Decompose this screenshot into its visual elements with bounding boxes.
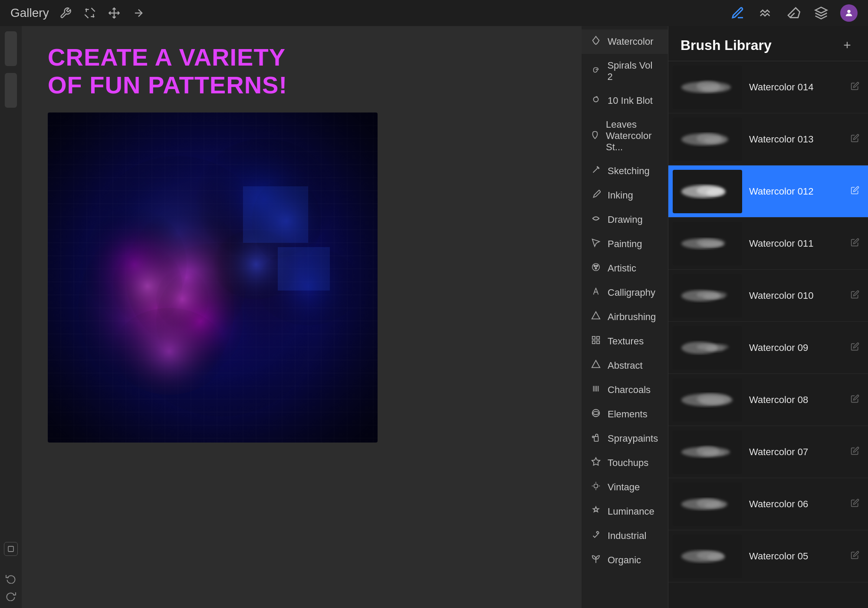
svg-line-0 <box>91 8 95 11</box>
category-label-artistic: Artistic <box>608 263 636 274</box>
brush-edit-icon-wc010[interactable] <box>851 290 859 301</box>
category-item-touchups[interactable]: Touchups <box>582 451 668 475</box>
category-icon-watercolor <box>590 36 602 48</box>
category-label-spraypaints: Spraypaints <box>608 433 658 444</box>
add-brush-button[interactable]: + <box>838 36 856 54</box>
brush-size-slider[interactable] <box>5 31 17 66</box>
category-item-vintage[interactable]: Vintage <box>582 475 668 499</box>
svg-rect-20 <box>597 341 599 344</box>
brush-info-wc012: Watercolor 012 <box>742 186 851 197</box>
category-label-inkblot: 10 Ink Blot <box>608 95 653 106</box>
brush-preview-wc09 <box>673 326 742 370</box>
brush-edit-icon-wc012[interactable] <box>851 186 859 197</box>
category-icon-spirals <box>590 65 601 77</box>
category-icon-charcoals <box>590 384 602 396</box>
brush-library-header: Brush Library + <box>668 26 868 61</box>
brush-edit-icon-wc011[interactable] <box>851 238 859 249</box>
smudge-tool-icon[interactable] <box>757 4 774 22</box>
category-item-spirals[interactable]: Spirals Vol 2 <box>582 54 668 89</box>
category-label-airbrushing: Airbrushing <box>608 311 656 323</box>
category-item-leaves[interactable]: Leaves Watercolor St... <box>582 113 668 159</box>
category-label-spirals: Spirals Vol 2 <box>607 60 659 83</box>
brush-item-wc014[interactable]: Watercolor 014 <box>668 61 868 113</box>
brush-edit-icon-wc06[interactable] <box>851 499 859 509</box>
svg-rect-19 <box>592 341 595 344</box>
category-item-spraypaints[interactable]: Spraypaints <box>582 426 668 451</box>
transform-icon[interactable] <box>106 5 122 21</box>
brush-preview-wc010 <box>673 274 742 317</box>
category-item-sketching[interactable]: Sketching <box>582 159 668 183</box>
category-item-industrial[interactable]: Industrial <box>582 524 668 548</box>
brush-name-wc013: Watercolor 013 <box>749 134 851 145</box>
svg-line-10 <box>593 168 598 172</box>
svg-point-48 <box>703 294 725 300</box>
brush-edit-icon-wc05[interactable] <box>851 551 859 562</box>
brush-info-wc014: Watercolor 014 <box>742 82 851 93</box>
category-item-inkblot[interactable]: 10 Ink Blot <box>582 89 668 113</box>
category-item-inking[interactable]: Inking <box>582 183 668 208</box>
brush-item-wc011[interactable]: Watercolor 011 <box>668 218 868 270</box>
brush-edit-icon-wc08[interactable] <box>851 394 859 405</box>
brush-item-wc08[interactable]: Watercolor 08 <box>668 374 868 426</box>
category-label-drawing: Drawing <box>608 214 643 225</box>
svg-point-7 <box>847 10 850 13</box>
brush-item-wc010[interactable]: Watercolor 010 <box>668 270 868 322</box>
svg-point-54 <box>700 397 725 405</box>
wrench-icon[interactable] <box>58 5 73 21</box>
category-label-abstract: Abstract <box>608 360 643 371</box>
brush-item-wc05[interactable]: Watercolor 05 <box>668 530 868 582</box>
left-sidebar <box>0 26 22 608</box>
redo-button[interactable] <box>4 589 18 603</box>
category-label-charcoals: Charcoals <box>608 384 651 396</box>
category-icon-calligraphy <box>590 287 602 299</box>
category-icon-drawing <box>590 214 602 226</box>
brush-item-wc013[interactable]: Watercolor 013 <box>668 113 868 165</box>
category-item-abstract[interactable]: Abstract <box>582 354 668 378</box>
svg-point-15 <box>595 268 597 269</box>
category-icon-touchups <box>590 457 602 469</box>
category-label-sketching: Sketching <box>608 165 650 177</box>
category-item-painting[interactable]: Painting <box>582 232 668 256</box>
brush-preview-wc08 <box>673 378 742 422</box>
category-label-calligraphy: Calligraphy <box>608 287 655 298</box>
brush-edit-icon-wc09[interactable] <box>851 342 859 353</box>
canvas-artwork[interactable] <box>48 112 378 443</box>
eraser-tool-icon[interactable] <box>785 4 802 22</box>
category-icon-industrial <box>590 530 602 542</box>
gallery-button[interactable]: Gallery <box>10 6 49 20</box>
toolbar-left: Gallery <box>10 5 146 21</box>
svg-point-28 <box>592 436 594 438</box>
opacity-slider[interactable] <box>5 73 17 108</box>
brush-info-wc06: Watercolor 06 <box>742 499 851 510</box>
layers-tool-icon[interactable] <box>812 4 830 22</box>
undo-button[interactable] <box>4 572 18 585</box>
canvas-title: CREATE A VARIETY OF FUN PATTERNS! <box>48 43 287 99</box>
category-item-organic[interactable]: Organic <box>582 548 668 572</box>
category-item-airbrushing[interactable]: Airbrushing <box>582 305 668 329</box>
brush-item-wc09[interactable]: Watercolor 09 <box>668 322 868 374</box>
arrow-icon[interactable] <box>131 5 146 21</box>
brush-item-wc06[interactable]: Watercolor 06 <box>668 478 868 530</box>
brush-item-wc07[interactable]: Watercolor 07 <box>668 426 868 478</box>
color-picker[interactable] <box>4 542 18 556</box>
category-item-elements[interactable]: Elements <box>582 402 668 426</box>
category-item-calligraphy[interactable]: Calligraphy <box>582 281 668 305</box>
category-item-watercolor[interactable]: Watercolor <box>582 30 668 54</box>
category-item-luminance[interactable]: Luminance <box>582 499 668 524</box>
svg-point-57 <box>702 450 725 456</box>
category-item-charcoals[interactable]: Charcoals <box>582 378 668 402</box>
pencil-tool-icon[interactable] <box>729 4 746 22</box>
user-avatar[interactable] <box>840 4 858 22</box>
brush-edit-icon-wc013[interactable] <box>851 134 859 145</box>
category-item-textures[interactable]: Textures <box>582 329 668 354</box>
category-item-artistic[interactable]: Artistic <box>582 256 668 281</box>
brush-item-wc012[interactable]: Watercolor 012 <box>668 165 868 218</box>
brush-info-wc011: Watercolor 011 <box>742 238 851 249</box>
svg-point-9 <box>594 97 598 102</box>
category-item-drawing[interactable]: Drawing <box>582 208 668 232</box>
brush-edit-icon-wc014[interactable] <box>851 82 859 93</box>
magic-icon[interactable] <box>82 5 98 21</box>
svg-rect-18 <box>597 337 599 339</box>
brush-edit-icon-wc07[interactable] <box>851 446 859 457</box>
svg-point-29 <box>594 484 598 488</box>
